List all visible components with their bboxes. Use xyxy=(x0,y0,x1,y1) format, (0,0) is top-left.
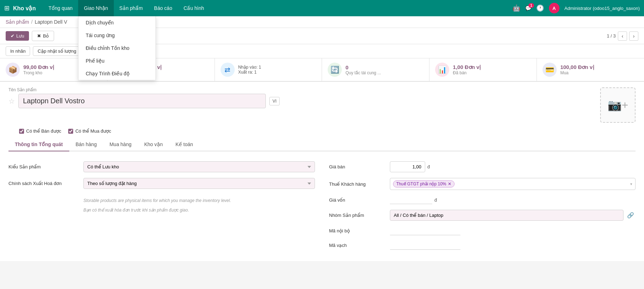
product-type-row: Kiểu Sản phẩm Có thể Lưu khoTiêu thụDịch… xyxy=(8,158,315,175)
form-right: Giá bán đ Thuế Khách hàng Thuế GTGT phải… xyxy=(329,158,636,253)
dropdown-phe-lieu[interactable]: Phế liệu xyxy=(78,54,156,67)
breadcrumb-current: Laptopn Dell V xyxy=(35,19,67,25)
invoice-policy-row: Chính sách Xuất Hoá đơn Theo số lượng đặ… xyxy=(8,175,315,192)
cost-price-control: đ xyxy=(390,196,437,204)
notification-bell[interactable]: 💬 1 xyxy=(525,5,531,11)
apps-menu-icon[interactable]: ⊞ xyxy=(4,4,10,12)
product-category-row: Nhóm Sản phẩm 🔗 xyxy=(329,207,636,224)
stat-icon-mua: 💳 xyxy=(543,63,557,77)
form-grid: Kiểu Sản phẩm Có thể Lưu khoTiêu thụDịch… xyxy=(8,158,636,253)
dropdown-dich-chuyen[interactable]: Dịch chuyển xyxy=(78,16,156,29)
stat-icon-nhap-xuat: ⇄ xyxy=(221,63,235,77)
dropdown-dieu-chinh-ton-kho[interactable]: Điều chỉnh Tồn kho xyxy=(78,42,156,54)
tab-kho-van[interactable]: Kho vận xyxy=(138,138,169,151)
breadcrumb-parent[interactable]: Sản phẩm xyxy=(6,19,29,25)
product-name-input[interactable] xyxy=(18,94,266,108)
cost-currency: đ xyxy=(434,197,437,203)
check-icon: ✔ xyxy=(11,33,14,39)
checkbox-row: Có thể Bán được Có thể Mua được xyxy=(8,126,636,138)
can-buy-checkbox[interactable]: Có thể Mua được xyxy=(68,128,111,134)
stat-trong-kho-value: 99,00 Đơn vị xyxy=(23,64,54,70)
tax-tag-value: Thuế GTGT phải nộp 10% xyxy=(396,181,446,186)
can-buy-label: Có thể Mua được xyxy=(75,128,111,134)
hint-control: Storable products are physical items for… xyxy=(83,195,315,214)
tab-ke-toan[interactable]: Kế toán xyxy=(169,138,199,151)
nav-cau-hinh[interactable]: Cấu hình xyxy=(178,0,210,16)
product-name-section: Tên Sản phẩm ☆ VI xyxy=(8,87,595,108)
stat-mua-value: 100,00 Đơn vị xyxy=(560,64,594,70)
user-name[interactable]: Administrator (odoo15_anglo_saxon) xyxy=(564,6,640,11)
giao-nhan-dropdown: Dịch chuyển Tái cung ứng Điều chỉnh Tồn … xyxy=(78,16,156,80)
nav-bao-cao[interactable]: Báo cáo xyxy=(148,0,178,16)
user-avatar[interactable]: A xyxy=(549,3,560,13)
tab-ban-hang[interactable]: Bán hàng xyxy=(69,138,103,151)
tax-tag: Thuế GTGT phải nộp 10% ✕ xyxy=(393,180,455,187)
hint-row: Storable products are physical items for… xyxy=(8,192,315,216)
stat-nhap-xuat[interactable]: ⇄ Nhập vào: 1 Xuất ra: 1 xyxy=(215,58,322,81)
prev-page-button[interactable]: ‹ xyxy=(618,31,627,41)
clock-icon[interactable]: 🕐 xyxy=(536,4,544,12)
nav-tong-quan[interactable]: Tổng quan xyxy=(43,0,78,16)
robot-icon[interactable]: 🤖 xyxy=(513,4,520,12)
product-type-control: Có thể Lưu khoTiêu thụDịch vụ xyxy=(83,161,315,172)
breadcrumb-separator: / xyxy=(31,19,33,25)
update-qty-button[interactable]: Cập nhật số lượng xyxy=(33,46,81,56)
print-label-button[interactable]: In nhãn xyxy=(6,46,30,56)
main-content: Tên Sản phẩm ☆ VI 📷+ Có thể Bán được Có … xyxy=(0,82,644,261)
cost-price-input[interactable] xyxy=(390,196,432,204)
product-category-input[interactable] xyxy=(390,210,623,221)
product-type-label: Kiểu Sản phẩm xyxy=(8,161,79,169)
tax-dropdown-arrow[interactable]: ▾ xyxy=(630,182,632,186)
nav-giao-nhan[interactable]: Giao Nhận Dịch chuyển Tái cung ứng Điều … xyxy=(78,0,113,16)
stat-nhap-value: Nhập vào: 1 xyxy=(238,65,261,70)
stat-trong-kho-label: Trong kho xyxy=(23,70,54,75)
hint-spacer xyxy=(8,195,79,197)
stat-mua[interactable]: 💳 100,00 Đơn vị Mua xyxy=(537,58,644,81)
internal-ref-row: Mã nội bộ xyxy=(329,224,636,238)
stat-icon-quy-tac: 🔄 xyxy=(328,63,342,77)
save-button[interactable]: ✔ Lưu xyxy=(6,31,29,41)
tab-mua-hang[interactable]: Mua hàng xyxy=(103,138,138,151)
stat-icon-trong-kho: 📦 xyxy=(6,63,20,77)
invoice-policy-select[interactable]: Theo số lượng đặt hàngTheo số lượng giao… xyxy=(83,178,315,189)
stat-icon-da-ban: 📊 xyxy=(435,63,449,77)
category-external-link-button[interactable]: 🔗 xyxy=(626,210,636,220)
hint2: Bạn có thể xuất hóa đơn trước khi sản ph… xyxy=(83,207,315,214)
internal-ref-label: Mã nội bộ xyxy=(329,228,386,233)
nav-san-pham[interactable]: Sản phẩm xyxy=(114,0,148,16)
dropdown-chay-trinh-dieu-do[interactable]: Chạy Trình Điều độ xyxy=(78,67,156,80)
can-sell-label: Có thể Bán được xyxy=(26,128,61,134)
brand-name: Kho vận xyxy=(13,5,36,12)
product-photo[interactable]: 📷+ xyxy=(600,87,636,123)
stat-da-ban-value: 1,00 Đơn vị xyxy=(453,64,481,70)
stat-trong-kho-info: 99,00 Đơn vị Trong kho xyxy=(23,64,54,75)
dropdown-tai-cung-ung[interactable]: Tái cung ứng xyxy=(78,29,156,42)
product-type-select[interactable]: Có thể Lưu khoTiêu thụDịch vụ xyxy=(83,161,315,172)
barcode-row: Mã vạch xyxy=(329,238,636,253)
pagination-section: 1 / 3 ‹ › xyxy=(607,31,638,41)
invoice-policy-label: Chính sách Xuất Hoá đơn xyxy=(8,178,79,186)
can-sell-checkbox[interactable]: Có thể Bán được xyxy=(19,128,61,134)
stat-mua-info: 100,00 Đơn vị Mua xyxy=(560,64,594,75)
tax-input-container[interactable]: Thuế GTGT phải nộp 10% ✕ ▾ xyxy=(390,178,636,190)
hint1: Storable products are physical items for… xyxy=(83,197,315,204)
product-category-label: Nhóm Sản phẩm xyxy=(329,213,386,218)
tax-remove-button[interactable]: ✕ xyxy=(448,181,451,186)
tab-thong-tin-tong-quat[interactable]: Thông tin Tổng quát xyxy=(8,138,69,151)
can-sell-input[interactable] xyxy=(19,129,24,134)
next-page-button[interactable]: › xyxy=(629,31,638,41)
stat-da-ban[interactable]: 📊 1,00 Đơn vị Đã bán xyxy=(429,58,537,81)
cost-price-row: Giá vốn đ xyxy=(329,193,636,207)
form-header: Tên Sản phẩm ☆ VI 📷+ xyxy=(8,82,636,126)
invoice-policy-control: Theo số lượng đặt hàngTheo số lượng giao… xyxy=(83,178,315,189)
sale-price-input[interactable] xyxy=(390,161,425,172)
discard-button[interactable]: ✖ Bỏ xyxy=(32,31,54,41)
internal-ref-input[interactable] xyxy=(390,226,461,235)
language-button[interactable]: VI xyxy=(269,97,280,105)
barcode-input[interactable] xyxy=(390,241,461,250)
stat-mua-label: Mua xyxy=(560,70,594,75)
can-buy-input[interactable] xyxy=(68,129,73,134)
stat-quy-tac[interactable]: 🔄 0 Quy tắc tái cung ... xyxy=(322,58,429,81)
product-name-label: Tên Sản phẩm xyxy=(8,87,595,92)
favorite-star-icon[interactable]: ☆ xyxy=(8,97,15,105)
